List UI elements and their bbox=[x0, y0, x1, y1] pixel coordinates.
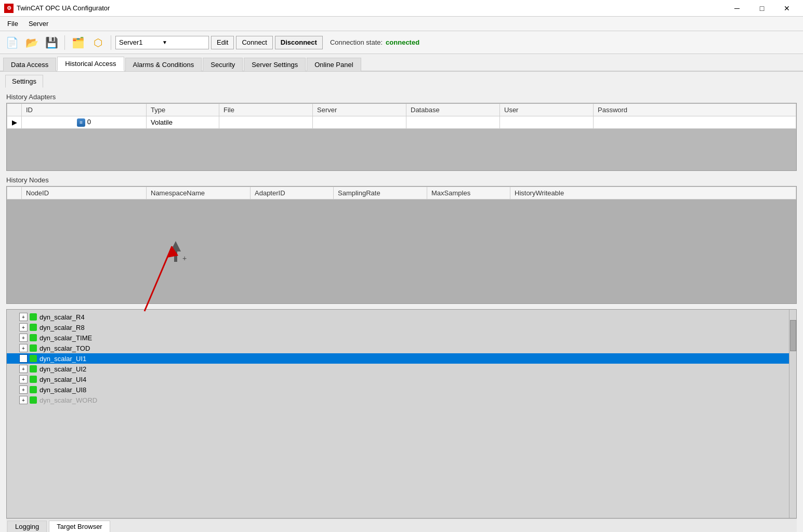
expand-icon[interactable]: + bbox=[19, 365, 28, 373]
settings-tab-bar: Settings bbox=[0, 72, 803, 88]
new-icon: 📄 bbox=[6, 36, 19, 49]
toolbar: 📄 📂 💾 🗂️ ⬡ Server1 ▼ Edit Connect Discon… bbox=[0, 31, 803, 54]
server-combo[interactable]: Server1 ▼ bbox=[115, 36, 209, 49]
expand-icon[interactable]: + bbox=[19, 396, 28, 404]
hn-col-arrow bbox=[7, 187, 22, 200]
col-database: Database bbox=[406, 104, 500, 116]
list-item[interactable]: + dyn_scalar_UI2 bbox=[7, 364, 789, 374]
expand-icon[interactable]: + bbox=[19, 385, 28, 394]
tab-security[interactable]: Security bbox=[203, 58, 243, 71]
row-file bbox=[219, 116, 313, 129]
history-nodes-table-container: NodeID NamespaceName AdapterID SamplingR… bbox=[6, 186, 797, 304]
new-button[interactable]: 📄 bbox=[3, 34, 21, 51]
connection-state-value: connected bbox=[386, 38, 419, 46]
edit-button[interactable]: Edit bbox=[211, 36, 234, 49]
folder-red-button[interactable]: 🗂️ bbox=[69, 34, 87, 51]
svg-marker-0 bbox=[170, 241, 181, 251]
tree-label: dyn_scalar_UI2 bbox=[40, 365, 86, 373]
network-icon: ⬡ bbox=[94, 36, 102, 49]
node-icon bbox=[30, 355, 37, 362]
list-item[interactable]: + dyn_scalar_R4 bbox=[7, 312, 789, 322]
scrollbar-thumb[interactable] bbox=[790, 320, 796, 351]
expand-icon[interactable]: + bbox=[19, 313, 28, 321]
list-item-selected[interactable]: + dyn_scalar_UI1 bbox=[7, 353, 789, 364]
connect-button[interactable]: Connect bbox=[236, 36, 272, 49]
save-button[interactable]: 💾 bbox=[43, 34, 60, 51]
expand-icon[interactable]: + bbox=[19, 334, 28, 342]
expand-icon[interactable]: + bbox=[19, 344, 28, 352]
bottom-area: + dyn_scalar_R4 + dyn_scalar_R8 + dyn_sc… bbox=[6, 309, 797, 532]
node-icon bbox=[30, 396, 37, 404]
tab-logging[interactable]: Logging bbox=[7, 521, 47, 532]
row-user bbox=[500, 116, 594, 129]
tab-online-panel[interactable]: Online Panel bbox=[307, 58, 361, 71]
bottom-tab-bar: Logging Target Browser bbox=[6, 518, 797, 532]
tree-label: dyn_scalar_TIME bbox=[40, 334, 92, 342]
tree-label: dyn_scalar_R8 bbox=[40, 324, 85, 331]
row-db-icon: ≡ 0 bbox=[22, 116, 147, 129]
tree-label: dyn_scalar_UI1 bbox=[40, 355, 86, 363]
svg-line-3 bbox=[144, 246, 172, 311]
row-database bbox=[406, 116, 500, 129]
menu-file[interactable]: File bbox=[2, 18, 23, 30]
close-button[interactable]: ✕ bbox=[775, 0, 799, 17]
tab-historical-access[interactable]: Historical Access bbox=[57, 57, 124, 71]
tree-scrollbar[interactable] bbox=[789, 310, 796, 518]
server-combo-value: Server1 bbox=[119, 38, 162, 46]
folder-red-icon: 🗂️ bbox=[72, 36, 85, 49]
svg-rect-1 bbox=[174, 251, 177, 262]
hn-col-nodeid: NodeID bbox=[22, 187, 147, 200]
svg-marker-4 bbox=[167, 246, 178, 258]
history-adapters-title: History Adapters bbox=[6, 93, 797, 101]
list-item[interactable]: + dyn_scalar_WORD bbox=[7, 395, 789, 405]
col-file: File bbox=[219, 104, 313, 116]
history-nodes-table: NodeID NamespaceName AdapterID SamplingR… bbox=[7, 187, 796, 200]
app-icon: ⚙ bbox=[4, 4, 14, 13]
upper-tables-area: History Adapters ID Type File Server Dat… bbox=[0, 88, 803, 307]
expand-icon[interactable]: + bbox=[19, 323, 28, 331]
col-password: Password bbox=[594, 104, 796, 116]
tree-panel: + dyn_scalar_R4 + dyn_scalar_R8 + dyn_sc… bbox=[7, 310, 789, 518]
maximize-button[interactable]: □ bbox=[750, 0, 774, 17]
disconnect-button[interactable]: Disconnect bbox=[275, 36, 323, 49]
row-type: Volatile bbox=[147, 116, 219, 129]
network-button[interactable]: ⬡ bbox=[89, 34, 107, 51]
node-icon bbox=[30, 334, 37, 341]
history-adapters-table-container: ID Type File Server Database User Passwo… bbox=[6, 103, 797, 171]
tab-data-access[interactable]: Data Access bbox=[3, 58, 56, 71]
list-item[interactable]: + dyn_scalar_TOD bbox=[7, 343, 789, 353]
node-icon bbox=[30, 313, 37, 321]
separator-2 bbox=[111, 35, 111, 50]
settings-tab[interactable]: Settings bbox=[5, 75, 43, 88]
list-item[interactable]: + dyn_scalar_TIME bbox=[7, 332, 789, 343]
expand-icon[interactable]: + bbox=[19, 354, 28, 363]
list-item[interactable]: + dyn_scalar_UI8 bbox=[7, 384, 789, 395]
separator-1 bbox=[64, 35, 65, 50]
expand-icon[interactable]: + bbox=[19, 375, 28, 383]
history-adapters-table: ID Type File Server Database User Passwo… bbox=[7, 103, 796, 129]
list-item[interactable]: + dyn_scalar_R8 bbox=[7, 322, 789, 332]
table-row[interactable]: ▶ ≡ 0 Volatile bbox=[7, 116, 796, 129]
tab-alarms-conditions[interactable]: Alarms & Conditions bbox=[125, 58, 202, 71]
svg-text:+: + bbox=[182, 254, 187, 262]
tab-server-settings[interactable]: Server Settings bbox=[244, 58, 306, 71]
nodes-empty-area: + bbox=[7, 200, 796, 303]
node-icon bbox=[30, 365, 37, 373]
open-button[interactable]: 📂 bbox=[23, 34, 41, 51]
minimize-button[interactable]: ─ bbox=[725, 0, 749, 17]
combo-arrow-icon: ▼ bbox=[162, 39, 205, 45]
hn-col-adapterid: AdapterID bbox=[251, 187, 334, 200]
list-item[interactable]: + dyn_scalar_UI4 bbox=[7, 374, 789, 384]
col-user: User bbox=[500, 104, 594, 116]
col-type: Type bbox=[147, 104, 219, 116]
menu-server[interactable]: Server bbox=[23, 18, 54, 30]
row-password bbox=[594, 116, 796, 129]
connection-state-label: Connection state: bbox=[330, 38, 383, 46]
hn-col-namespace: NamespaceName bbox=[147, 187, 251, 200]
row-server bbox=[313, 116, 406, 129]
col-server: Server bbox=[313, 104, 406, 116]
drag-arrow-annotation: + bbox=[90, 200, 204, 314]
tab-target-browser[interactable]: Target Browser bbox=[49, 521, 110, 532]
node-icon bbox=[30, 324, 37, 331]
tree-label: dyn_scalar_TOD bbox=[40, 344, 90, 352]
